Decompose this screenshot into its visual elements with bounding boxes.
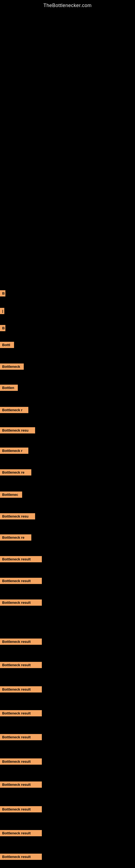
bottleneck-result-label: Bottleneck result [0, 830, 42, 836]
bottleneck-result-label: Bottleneck result [0, 806, 42, 812]
bottleneck-result-label: Bottleneck result [0, 781, 42, 788]
bottleneck-result-label: Bottleneck re [0, 469, 31, 475]
bottleneck-result-label: Bottleneck result [0, 710, 42, 716]
bottleneck-result-label: Bottleneck result [0, 556, 42, 562]
bottleneck-result-label: Bottlen [0, 384, 18, 391]
bottleneck-result-label: | [0, 308, 4, 314]
bottleneck-result-label: Bottleneck result [0, 599, 42, 606]
bottleneck-result-label: Bottleneck result [0, 854, 42, 860]
bottleneck-result-label: Bottleneck result [0, 662, 42, 668]
bottleneck-result-label: Bottleneck result [0, 578, 42, 584]
bottleneck-result-label: Bottleneck resu [0, 513, 35, 520]
bottleneck-result-label: Bottleneck result [0, 686, 42, 692]
bottleneck-result-label: Bottleneck r [0, 447, 28, 454]
bottleneck-result-label: Bottleneck result [0, 758, 42, 765]
bottleneck-result-label: Bottlenec [0, 492, 22, 498]
bottleneck-result-label: Bottl [0, 342, 14, 348]
site-title: TheBottlenecker.com [0, 0, 135, 8]
bottleneck-result-label: Bottleneck result [0, 734, 42, 740]
bottleneck-result-label: B [0, 290, 5, 297]
bottleneck-result-label: Bottleneck re [0, 534, 31, 540]
bottleneck-result-label: B [0, 325, 5, 331]
bottleneck-result-label: Bottleneck resu [0, 427, 35, 433]
bottleneck-result-label: Bottleneck result [0, 639, 42, 645]
bottleneck-result-label: Bottleneck [0, 364, 24, 370]
bottleneck-result-label: Bottleneck r [0, 407, 28, 413]
